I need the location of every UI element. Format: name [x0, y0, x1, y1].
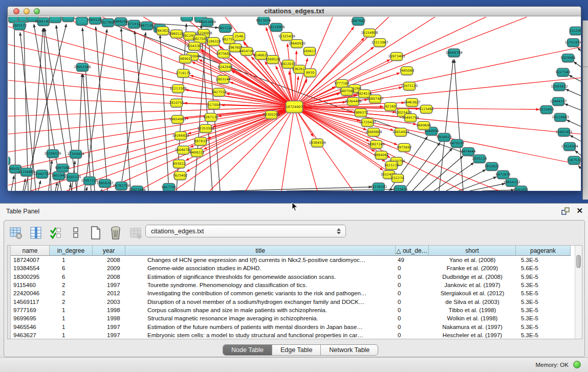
graph-node[interactable]: 14463627 [406, 98, 418, 107]
column-header-in_degree[interactable]: in_degree [50, 246, 93, 256]
graph-node[interactable]: 10655287 [89, 17, 101, 25]
graph-node[interactable]: 18807249 [370, 140, 382, 149]
graph-node[interactable]: 8960128 [170, 30, 183, 38]
graph-node[interactable]: 12325419 [280, 32, 293, 41]
graph-node[interactable]: 9930 [304, 69, 316, 77]
graph-node[interactable]: 7932621 [486, 162, 498, 171]
graph-node[interactable]: 9097588 [56, 164, 69, 172]
graph-node[interactable]: 19654985 [171, 115, 184, 124]
graph-node[interactable]: 8938923 [438, 133, 450, 142]
graph-node[interactable]: 10719155 [128, 20, 140, 29]
graph-node[interactable]: 19218906 [270, 23, 282, 32]
graph-node[interactable] [8, 157, 10, 165]
graph-node[interactable]: 12213389 [172, 84, 184, 93]
graph-node[interactable]: 62160 [384, 102, 397, 111]
graph-node[interactable]: 2935114 [473, 155, 486, 163]
graph-node[interactable]: 9777169 [336, 79, 348, 88]
column-select-button[interactable] [28, 225, 43, 240]
graph-node[interactable]: 16495794 [404, 114, 417, 122]
graph-node[interactable]: 1810755 [170, 99, 183, 107]
graph-node[interactable]: 7663822 [157, 27, 169, 35]
graph-node[interactable]: 17016504 [563, 142, 576, 151]
graph-node[interactable]: 13505135 [67, 173, 79, 182]
graph-node[interactable]: 1167533 [568, 156, 580, 165]
graph-node[interactable]: 16782759 [115, 182, 127, 190]
graph-node[interactable]: 7857224 [219, 24, 231, 33]
graph-node[interactable]: 1615132 [385, 161, 398, 170]
graph-node[interactable]: 9975692 [398, 143, 410, 152]
graph-node[interactable]: 9474444 [462, 147, 474, 156]
graph-node[interactable] [76, 17, 88, 26]
graph-node[interactable]: 11156869 [20, 168, 33, 177]
graph-node[interactable]: 6479197 [451, 139, 463, 148]
graph-node[interactable]: 10958167 [99, 179, 111, 188]
row-toggle-button[interactable] [68, 225, 83, 240]
table-row[interactable]: 969969511998Structural magnetic resonanc… [11, 314, 571, 322]
graph-node[interactable]: 1733426 [394, 185, 406, 191]
graph-node[interactable]: 17359924 [70, 150, 82, 159]
graph-node[interactable]: 151240 [570, 27, 581, 35]
graph-hub-node[interactable]: 18724007 [286, 101, 303, 113]
graph-node[interactable]: 15692951 [558, 128, 570, 137]
graph-node[interactable]: 2803144 [217, 75, 229, 84]
graph-node[interactable]: 9227343 [557, 68, 569, 77]
graph-node[interactable]: 19166829 [175, 132, 187, 140]
table-row[interactable]: 1938455462009Genome-wide association stu… [11, 264, 571, 272]
graph-node[interactable]: 9498222 [191, 148, 203, 157]
graph-node[interactable]: 15720437 [361, 118, 374, 127]
tab-edge-table[interactable]: Edge Table [272, 345, 321, 355]
delete-table-button[interactable] [128, 225, 143, 240]
graph-node[interactable]: 10688609 [367, 128, 380, 137]
window-titlebar[interactable]: citations_edges.txt [8, 7, 581, 16]
graph-node[interactable]: 10654112 [506, 178, 518, 187]
delete-column-button[interactable] [108, 225, 123, 240]
graph-node[interactable]: 12942757 [36, 170, 48, 179]
graph-node[interactable]: 9329966 [562, 54, 574, 62]
graph-node[interactable]: 6466160 [115, 17, 127, 26]
table-row[interactable]: 1830029562008Estimation of significance … [11, 273, 571, 281]
graph-node[interactable]: 16543382 [188, 42, 201, 51]
graph-node[interactable]: 252274 [391, 174, 404, 183]
graph-node[interactable]: 12975115 [403, 82, 416, 91]
graph-node[interactable]: 2967608 [229, 43, 242, 52]
scrollbar-thumb[interactable] [576, 255, 581, 268]
graph-node[interactable]: 317004 [208, 101, 220, 110]
graph-node[interactable]: 2546 [233, 32, 245, 41]
graph-node[interactable]: 16210643 [554, 113, 567, 122]
graph-node[interactable]: 12923446 [131, 186, 143, 191]
graph-node[interactable]: 6497568 [341, 87, 353, 96]
graph-node[interactable] [181, 17, 193, 21]
new-column-button[interactable] [88, 225, 103, 240]
graph-node[interactable]: 29053346 [76, 63, 89, 72]
graph-node[interactable]: 2905572 [13, 21, 26, 30]
graph-node[interactable]: 8822037 [282, 60, 294, 69]
table-row[interactable]: 1456911722003Disruption of a novel membe… [11, 297, 571, 305]
tab-node-table[interactable]: Node Table [223, 345, 272, 355]
graph-node[interactable]: 16671398 [141, 21, 153, 30]
graph-node[interactable]: 15751074 [567, 38, 579, 47]
table-row[interactable]: 946554611997Estimation of the future num… [11, 322, 571, 331]
graph-node[interactable]: 9457791 [163, 183, 175, 191]
vertical-scrollbar[interactable] [575, 246, 582, 339]
graph-node[interactable]: 2718176 [177, 69, 189, 78]
graph-node[interactable]: 8267130 [205, 113, 217, 122]
graph-node[interactable]: 18640910 [291, 39, 303, 48]
graph-node[interactable]: 169617 [303, 47, 316, 56]
graph-node[interactable] [62, 17, 74, 22]
table-settings-button[interactable] [8, 225, 24, 240]
column-header-short[interactable]: short [429, 246, 516, 256]
validate-columns-button[interactable] [48, 225, 63, 240]
graph-node[interactable]: 10973493 [390, 52, 403, 61]
graph-node[interactable]: 12353594 [200, 124, 212, 133]
graph-node[interactable]: 1451947 [53, 171, 65, 180]
close-icon[interactable]: ✕ [576, 206, 583, 215]
graph-node[interactable]: 7986372 [355, 108, 367, 117]
table-row[interactable]: 911546021997Tourette syndrome. Phenomeno… [11, 281, 571, 289]
column-header-name[interactable]: name [11, 246, 50, 256]
table-row[interactable]: 977716911998Corpus callosum shape and si… [11, 306, 571, 314]
graph-node[interactable]: 985051 [9, 165, 21, 173]
network-canvas[interactable]: 1872400729055722089140610655287152780264… [8, 17, 581, 191]
table-row[interactable]: 946362711997Embryonic stem cells: a mode… [11, 331, 571, 339]
graph-node[interactable]: 15136141 [373, 183, 385, 191]
graph-node[interactable]: 8813054 [257, 17, 270, 25]
